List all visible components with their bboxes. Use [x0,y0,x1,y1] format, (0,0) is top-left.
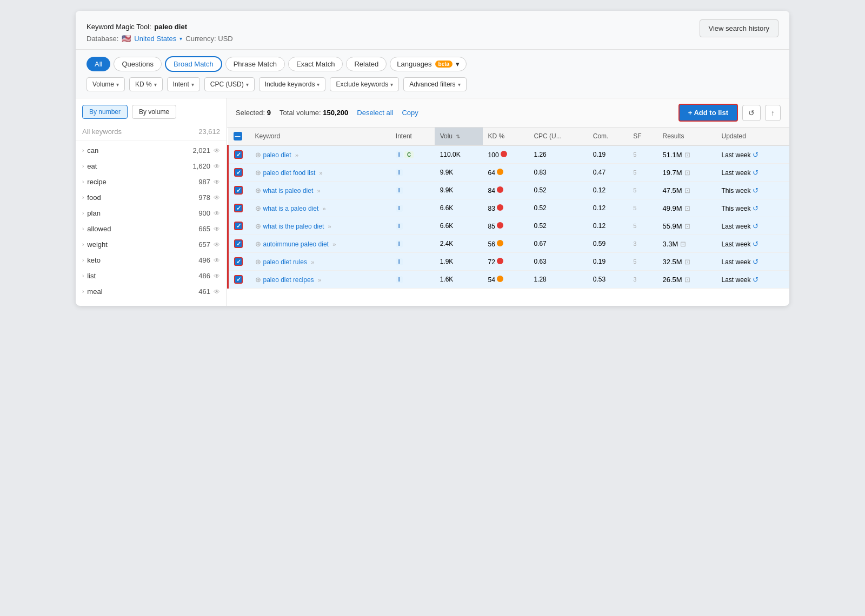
eye-icon[interactable]: 👁 [214,272,220,280]
languages-dropdown[interactable]: Languages beta ▾ [390,57,467,71]
row-checkbox[interactable] [234,257,243,266]
expand-icon[interactable]: ⊕ [255,240,261,248]
sf-column-header[interactable]: SF [628,128,657,145]
expand-icon[interactable]: ⊕ [255,204,261,212]
refresh-icon[interactable]: ↺ [753,222,758,230]
sort-by-number-button[interactable]: By number [82,105,128,119]
include-keywords-filter[interactable]: Include keywords ▾ [259,77,326,91]
row-checkbox[interactable] [234,150,243,159]
serp-icon[interactable]: ⊡ [680,240,686,248]
refresh-icon[interactable]: ↺ [753,276,758,284]
copy-link[interactable]: Copy [402,109,418,117]
sidebar-item-can[interactable]: ›can 2,021👁 [76,143,227,158]
row-checkbox[interactable] [234,222,243,230]
tab-questions[interactable]: Questions [114,57,162,71]
keyword-link[interactable]: what is paleo diet [263,187,314,195]
sidebar-item-eat[interactable]: ›eat 1,620👁 [76,158,227,174]
expand-icon[interactable]: ⊕ [255,151,261,159]
serp-icon[interactable]: ⊡ [684,258,690,266]
row-checkbox-cell[interactable] [228,164,250,182]
sort-by-volume-button[interactable]: By volume [132,105,176,119]
eye-icon[interactable]: 👁 [214,288,220,296]
row-checkbox[interactable] [234,204,243,212]
tab-phrase-match[interactable]: Phrase Match [225,57,285,71]
eye-icon[interactable]: 👁 [214,210,220,217]
serp-icon[interactable]: ⊡ [684,151,690,159]
expand-icon[interactable]: ⊕ [255,222,261,230]
exclude-keywords-filter[interactable]: Exclude keywords ▾ [330,77,399,91]
keyword-link[interactable]: what is the paleo diet [263,223,324,230]
expand-icon[interactable]: ⊕ [255,276,261,284]
row-checkbox[interactable] [234,186,243,195]
tab-all[interactable]: All [86,57,110,71]
keyword-link[interactable]: paleo diet [263,151,291,159]
chevron-down-icon[interactable]: ▾ [179,36,182,42]
row-checkbox-cell[interactable] [228,145,250,164]
keyword-link[interactable]: paleo diet food list [263,169,316,177]
sidebar-item-recipe[interactable]: ›recipe 987👁 [76,174,227,190]
eye-icon[interactable]: 👁 [214,178,220,186]
keyword-link[interactable]: paleo diet recipes [263,276,314,284]
eye-icon[interactable]: 👁 [214,225,220,233]
row-checkbox-cell[interactable] [228,217,250,235]
expand-icon[interactable]: ⊕ [255,258,261,266]
export-button[interactable]: ↑ [765,105,781,121]
database-link[interactable]: United States [134,35,176,43]
serp-icon[interactable]: ⊡ [684,186,690,195]
select-all-header[interactable] [228,128,250,145]
select-all-checkbox[interactable] [234,132,242,140]
keyword-link[interactable]: what is a paleo diet [263,205,319,212]
advanced-filters[interactable]: Advanced filters ▾ [403,77,466,91]
serp-icon[interactable]: ⊡ [684,276,690,284]
serp-icon[interactable]: ⊡ [684,204,690,212]
serp-icon[interactable]: ⊡ [684,222,690,230]
sidebar-item-allowed[interactable]: ›allowed 665👁 [76,221,227,237]
refresh-icon[interactable]: ↺ [753,204,758,212]
row-checkbox[interactable] [234,275,243,284]
sidebar-item-keto[interactable]: ›keto 496👁 [76,252,227,268]
row-checkbox-cell[interactable] [228,199,250,217]
view-history-button[interactable]: View search history [700,19,778,37]
sidebar-item-food[interactable]: ›food 978👁 [76,190,227,205]
eye-icon[interactable]: 👁 [214,194,220,202]
keyword-link[interactable]: paleo diet rules [263,258,307,266]
refresh-icon[interactable]: ↺ [753,240,758,248]
refresh-icon[interactable]: ↺ [753,186,758,195]
intent-filter[interactable]: Intent ▾ [167,77,200,91]
results-column-header[interactable]: Results [657,128,716,145]
refresh-button[interactable]: ↺ [742,105,761,121]
sidebar-item-weight[interactable]: ›weight 657👁 [76,237,227,252]
eye-icon[interactable]: 👁 [214,241,220,249]
kd-filter[interactable]: KD % ▾ [129,77,163,91]
refresh-icon[interactable]: ↺ [753,151,758,159]
tab-broad-match[interactable]: Broad Match [165,56,222,72]
add-to-list-button[interactable]: + Add to list [678,104,738,122]
row-checkbox[interactable] [234,168,243,177]
deselect-all-link[interactable]: Deselect all [357,109,393,117]
row-checkbox-cell[interactable] [228,271,250,289]
row-checkbox-cell[interactable] [228,235,250,253]
eye-icon[interactable]: 👁 [214,257,220,264]
keyword-link[interactable]: autoimmune paleo diet [263,240,329,248]
eye-icon[interactable]: 👁 [214,163,220,170]
expand-icon[interactable]: ⊕ [255,186,261,195]
cpc-filter[interactable]: CPC (USD) ▾ [204,77,255,91]
sidebar-item-list[interactable]: ›list 486👁 [76,268,227,284]
refresh-icon[interactable]: ↺ [753,258,758,266]
tab-exact-match[interactable]: Exact Match [288,57,343,71]
sidebar-item-meal[interactable]: ›meal 461👁 [76,284,227,299]
row-checkbox[interactable] [234,239,243,248]
com-column-header[interactable]: Com. [588,128,628,145]
eye-icon[interactable]: 👁 [214,147,220,155]
tab-related[interactable]: Related [346,57,387,71]
volume-filter[interactable]: Volume ▾ [86,77,125,91]
serp-icon[interactable]: ⊡ [684,169,690,177]
row-checkbox-cell[interactable] [228,182,250,199]
volume-column-header[interactable]: Volu ⇅ [435,128,483,145]
expand-icon[interactable]: ⊕ [255,169,261,177]
kd-column-header[interactable]: KD % [483,128,529,145]
cpc-column-header[interactable]: CPC (U... [528,128,587,145]
row-checkbox-cell[interactable] [228,253,250,271]
sidebar-item-plan[interactable]: ›plan 900👁 [76,205,227,221]
refresh-icon[interactable]: ↺ [753,169,758,177]
